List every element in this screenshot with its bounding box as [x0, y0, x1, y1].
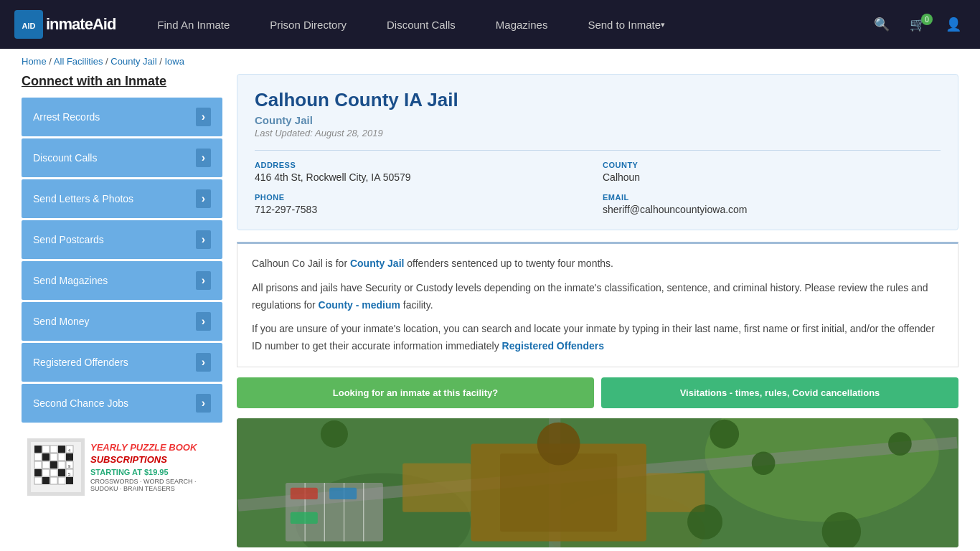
- svg-rect-11: [58, 453, 65, 461]
- visitations-button[interactable]: Visitations - times, rules, Covid cancel…: [601, 377, 958, 408]
- sidebar: Connect with an Inmate Arrest Records › …: [22, 74, 222, 547]
- svg-text:AID: AID: [22, 22, 36, 30]
- svg-rect-25: [50, 477, 57, 484]
- cta-buttons: Looking for an inmate at this facility? …: [237, 377, 958, 408]
- nav-prison-directory[interactable]: Prison Directory: [250, 0, 367, 49]
- sidebar-item-registered-offenders[interactable]: Registered Offenders ›: [22, 343, 222, 382]
- svg-point-56: [321, 420, 348, 448]
- sidebar-label-second-chance-jobs: Second Chance Jobs: [33, 397, 128, 409]
- sidebar-arrow-second-chance-jobs: ›: [196, 394, 211, 413]
- logo-text: inmateAid: [46, 15, 116, 34]
- svg-rect-14: [42, 461, 50, 468]
- county-medium-link[interactable]: County - medium: [319, 299, 400, 311]
- logo[interactable]: AID inmateAid: [14, 10, 116, 39]
- ad-price: STARTING AT $19.95: [90, 468, 217, 476]
- facility-card: Calhoun County IA Jail County Jail Last …: [237, 74, 958, 230]
- svg-rect-6: [58, 446, 65, 453]
- sidebar-arrow-send-money: ›: [196, 312, 211, 331]
- svg-rect-5: [50, 446, 57, 453]
- svg-rect-21: [58, 469, 65, 476]
- registered-offenders-link[interactable]: Registered Offenders: [502, 340, 604, 352]
- sidebar-label-send-postcards: Send Postcards: [33, 234, 104, 245]
- ad-text-block: YEARLY PUZZLE BOOKSUBSCRIPTIONS STARTING…: [90, 442, 217, 492]
- nav-find-inmate[interactable]: Find An Inmate: [137, 0, 250, 49]
- svg-point-54: [687, 504, 722, 540]
- sidebar-label-discount-calls: Discount Calls: [33, 152, 97, 164]
- sidebar-item-second-chance-jobs[interactable]: Second Chance Jobs ›: [22, 384, 222, 423]
- breadcrumb-county-jail[interactable]: County Jail: [110, 56, 156, 67]
- ad-banner[interactable]: 4 1 9 5 2 YEARLY PUZZLE BOOKSUBSCRIPTION…: [22, 431, 222, 503]
- svg-rect-13: [34, 461, 42, 468]
- sidebar-item-discount-calls[interactable]: Discount Calls ›: [22, 138, 222, 177]
- sidebar-label-registered-offenders: Registered Offenders: [33, 357, 128, 368]
- sidebar-item-send-postcards[interactable]: Send Postcards ›: [22, 220, 222, 259]
- county-block: COUNTY Calhoun: [603, 161, 941, 183]
- sidebar-arrow-arrest-records: ›: [196, 108, 211, 126]
- svg-rect-23: [34, 477, 42, 484]
- cart-wrapper[interactable]: 🛒 0: [905, 17, 930, 32]
- sidebar-item-send-magazines[interactable]: Send Magazines ›: [22, 261, 222, 300]
- description-para1: Calhoun Co Jail is for County Jail offen…: [252, 255, 943, 273]
- search-icon[interactable]: 🔍: [870, 12, 894, 37]
- aerial-svg: [237, 418, 958, 547]
- nav-magazines[interactable]: Magazines: [476, 0, 568, 49]
- svg-rect-10: [50, 453, 57, 461]
- svg-rect-18: [34, 469, 42, 476]
- sidebar-arrow-send-letters: ›: [196, 189, 211, 208]
- sidebar-arrow-registered-offenders: ›: [196, 353, 211, 372]
- description-para2: All prisons and jails have Security or C…: [252, 280, 943, 314]
- svg-rect-51: [291, 512, 318, 524]
- breadcrumb: Home / All Facilities / County Jail / Io…: [0, 49, 980, 74]
- facility-info-grid: ADDRESS 416 4th St, Rockwell City, IA 50…: [255, 150, 941, 215]
- sidebar-label-send-magazines: Send Magazines: [33, 275, 108, 286]
- svg-point-52: [710, 420, 739, 449]
- county-jail-link[interactable]: County Jail: [350, 258, 404, 269]
- sidebar-item-send-letters[interactable]: Send Letters & Photos ›: [22, 179, 222, 218]
- sidebar-label-send-letters: Send Letters & Photos: [33, 193, 133, 204]
- county-value: Calhoun: [603, 171, 941, 183]
- svg-rect-49: [291, 488, 318, 499]
- description-para3: If you are unsure of your inmate's locat…: [252, 321, 943, 355]
- svg-point-53: [752, 451, 776, 475]
- content-area: Calhoun County IA Jail County Jail Last …: [237, 74, 958, 547]
- svg-rect-48: [646, 473, 705, 512]
- description-area: Calhoun Co Jail is for County Jail offen…: [237, 242, 958, 367]
- main-header: AID inmateAid Find An Inmate Prison Dire…: [0, 0, 980, 49]
- svg-rect-4: [42, 446, 50, 453]
- nav-discount-calls[interactable]: Discount Calls: [367, 0, 476, 49]
- breadcrumb-iowa[interactable]: Iowa: [164, 56, 184, 67]
- breadcrumb-home[interactable]: Home: [22, 56, 47, 67]
- sidebar-arrow-discount-calls: ›: [196, 149, 211, 167]
- email-label: EMAIL: [603, 193, 941, 202]
- svg-point-46: [537, 423, 580, 466]
- sidebar-item-arrest-records[interactable]: Arrest Records ›: [22, 98, 222, 136]
- facility-type: County Jail: [255, 114, 941, 126]
- find-inmate-button[interactable]: Looking for an inmate at this facility?: [237, 377, 594, 408]
- user-icon[interactable]: 👤: [941, 12, 966, 37]
- logo-icon: AID: [14, 10, 43, 39]
- aerial-photo: [237, 418, 958, 547]
- cart-badge: 0: [921, 14, 933, 25]
- sidebar-item-send-money[interactable]: Send Money ›: [22, 302, 222, 341]
- email-value: sheriff@calhouncountyiowa.com: [603, 204, 941, 215]
- svg-rect-19: [42, 469, 50, 476]
- sidebar-label-send-money: Send Money: [33, 316, 90, 327]
- facility-updated: Last Updated: August 28, 2019: [255, 128, 941, 138]
- breadcrumb-all-facilities[interactable]: All Facilities: [54, 56, 103, 67]
- svg-rect-47: [402, 463, 471, 512]
- sidebar-title: Connect with an Inmate: [22, 74, 222, 89]
- sidebar-arrow-send-magazines: ›: [196, 271, 211, 290]
- svg-rect-16: [58, 461, 65, 468]
- phone-label: PHONE: [255, 193, 593, 202]
- ad-title: YEARLY PUZZLE BOOKSUBSCRIPTIONS: [90, 442, 217, 466]
- ad-description: CROSSWORDS · WORD SEARCH · SUDOKU · BRAI…: [90, 478, 217, 492]
- address-block: ADDRESS 416 4th St, Rockwell City, IA 50…: [255, 161, 593, 183]
- email-block: EMAIL sheriff@calhouncountyiowa.com: [603, 193, 941, 215]
- sidebar-label-arrest-records: Arrest Records: [33, 111, 100, 123]
- svg-rect-8: [34, 453, 42, 461]
- nav-send-to-inmate[interactable]: Send to Inmate: [567, 0, 685, 49]
- main-layout: Connect with an Inmate Arrest Records › …: [0, 74, 980, 551]
- address-value: 416 4th St, Rockwell City, IA 50579: [255, 171, 593, 183]
- facility-name: Calhoun County IA Jail: [255, 89, 941, 111]
- svg-rect-3: [34, 446, 42, 453]
